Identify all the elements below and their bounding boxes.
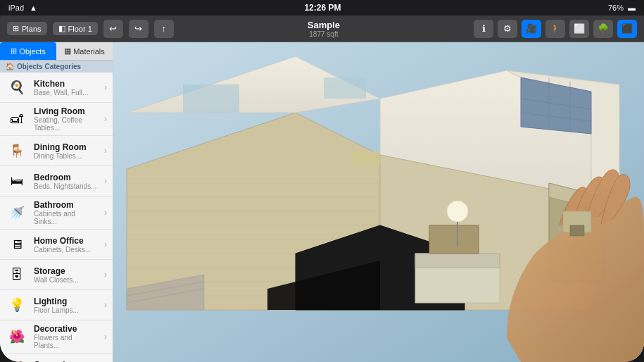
svg-rect-31 (570, 225, 584, 236)
dining-room-name: Dining Room (34, 142, 99, 152)
svg-rect-18 (352, 151, 380, 166)
home-office-icon: 🖥 (6, 233, 28, 256)
kitchen-text: Kitchen Base, Wall, Full... (34, 79, 99, 96)
dining-room-icon: 🪑 (6, 139, 28, 162)
list-item[interactable]: 🍳 Kitchen Base, Wall, Full... › (0, 73, 113, 103)
lighting-arrow: › (104, 300, 107, 310)
living-room-sub: Seating, Coffee Tables... (34, 116, 99, 132)
status-left: iPad ▲ (8, 4, 37, 12)
list-item[interactable]: 🛋 Living Room Seating, Coffee Tables... … (0, 103, 113, 136)
general-icon: ⏰ (6, 357, 28, 362)
floor-label: Floor 1 (68, 25, 92, 33)
section-icon: 🏠 (6, 63, 14, 70)
battery-label: 76% (608, 4, 624, 12)
decorative-arrow: › (104, 332, 107, 342)
list-item[interactable]: ⏰ General Stairs, Fireplaces... › (0, 354, 113, 362)
info-button[interactable]: ℹ (474, 20, 493, 38)
kitchen-arrow: › (104, 82, 107, 92)
svg-rect-17 (324, 77, 366, 99)
floor-icon: ◧ (58, 24, 65, 33)
list-item[interactable]: 🪑 Dining Room Dining Tables... › (0, 136, 113, 166)
list-item[interactable]: 🖥 Home Office Cabinets, Desks... › (0, 230, 113, 260)
3d-view[interactable] (113, 42, 644, 362)
tab-objects[interactable]: ⊞ Objects (0, 42, 56, 60)
list-item[interactable]: 🗄 Storage Wall Closets... › (0, 260, 113, 290)
toolbar-icons: ℹ ⚙ 🎥 🚶 ⬜ 🌳 ⬛ (474, 20, 637, 38)
share-button[interactable]: ↑ (154, 20, 174, 38)
settings-button[interactable]: ⚙ (498, 20, 517, 38)
kitchen-name: Kitchen (34, 79, 99, 89)
general-name: General (34, 360, 99, 363)
decorative-sub: Flowers and Plants... (34, 334, 99, 349)
home-office-arrow: › (104, 239, 107, 249)
bathroom-arrow: › (104, 208, 107, 218)
lighting-name: Lighting (34, 297, 99, 306)
view2d-button[interactable]: ⬜ (569, 20, 589, 38)
ipad-frame: iPad ▲ 12:26 PM 76% ▬ ⊞ Plans ◧ Floor 1 … (0, 0, 644, 362)
dining-room-sub: Dining Tables... (34, 152, 99, 160)
objects-tab-label: Objects (19, 47, 45, 56)
left-panel: ⊞ Objects ▦ Materials 🏠 Objects Categori… (0, 42, 113, 362)
top-toolbar: ⊞ Plans ◧ Floor 1 ↩ ↪ ↑ Sample 1877 sqft… (0, 15, 644, 42)
kitchen-icon: 🍳 (6, 76, 28, 99)
bedroom-arrow: › (104, 176, 107, 186)
storage-sub: Wall Closets... (34, 276, 99, 284)
materials-tab-icon: ▦ (64, 46, 71, 56)
home-office-name: Home Office (34, 236, 99, 246)
svg-marker-23 (429, 225, 479, 254)
kitchen-sub: Base, Wall, Full... (34, 89, 99, 96)
decorative-name: Decorative (34, 324, 99, 334)
category-list[interactable]: 🍳 Kitchen Base, Wall, Full... › 🛋 Living… (0, 73, 113, 362)
floor-button[interactable]: ◧ Floor 1 (53, 22, 98, 35)
plans-icon: ⊞ (13, 24, 19, 33)
tab-materials[interactable]: ▦ Materials (56, 42, 113, 60)
lighting-icon: 💡 (6, 294, 28, 316)
tab-bar: ⊞ Objects ▦ Materials (0, 42, 113, 61)
storage-arrow: › (104, 270, 107, 280)
storage-text: Storage Wall Closets... (34, 266, 99, 284)
decorative-icon: 🌺 (6, 325, 28, 348)
list-item[interactable]: 🛏 Bedroom Beds, Nightstands... › (0, 166, 113, 196)
svg-marker-22 (415, 254, 500, 268)
plans-button[interactable]: ⊞ Plans (7, 22, 47, 35)
status-right: 76% ▬ (608, 4, 636, 12)
materials-tab-label: Materials (73, 47, 105, 56)
bathroom-sub: Cabinets and Sinks... (34, 210, 99, 225)
floor-plan-svg (113, 42, 644, 362)
home-office-sub: Cabinets, Desks... (34, 246, 99, 254)
decorative-text: Decorative Flowers and Plants... (34, 324, 99, 349)
status-bar: iPad ▲ 12:26 PM 76% ▬ (0, 0, 644, 15)
living-room-icon: 🛋 (6, 108, 28, 130)
toolbar-title-area: Sample 1877 sqft (179, 20, 468, 38)
living-room-text: Living Room Seating, Coffee Tables... (34, 106, 99, 132)
section-header: 🏠 Objects Categories (0, 61, 113, 73)
storage-name: Storage (34, 266, 99, 276)
svg-rect-16 (183, 85, 239, 113)
living-room-arrow: › (104, 114, 107, 124)
bedroom-sub: Beds, Nightstands... (34, 182, 99, 190)
project-title: Sample (308, 20, 340, 30)
list-item[interactable]: 🌺 Decorative Flowers and Plants... › (0, 320, 113, 354)
list-item[interactable]: 🚿 Bathroom Cabinets and Sinks... › (0, 196, 113, 230)
list-item[interactable]: 💡 Lighting Floor Lamps... › (0, 290, 113, 320)
camera-button[interactable]: 🎥 (522, 20, 541, 38)
device-label: iPad (8, 4, 24, 12)
dining-room-text: Dining Room Dining Tables... (34, 142, 99, 160)
project-subtitle: 1877 sqft (179, 30, 468, 38)
living-room-name: Living Room (34, 106, 99, 116)
status-time: 12:26 PM (304, 3, 341, 13)
undo-button[interactable]: ↩ (103, 20, 123, 38)
bathroom-text: Bathroom Cabinets and Sinks... (34, 200, 99, 225)
battery-icon: ▬ (628, 4, 636, 12)
lighting-sub: Floor Lamps... (34, 306, 99, 314)
svg-point-24 (447, 201, 468, 222)
bathroom-icon: 🚿 (6, 201, 28, 224)
home-office-text: Home Office Cabinets, Desks... (34, 236, 99, 254)
person-button[interactable]: 🚶 (545, 20, 565, 38)
view3d-button[interactable]: ⬛ (617, 20, 637, 38)
tree-button[interactable]: 🌳 (593, 20, 613, 38)
plans-label: Plans (22, 25, 42, 33)
storage-icon: 🗄 (6, 263, 28, 286)
redo-button[interactable]: ↪ (129, 20, 149, 38)
objects-tab-icon: ⊞ (11, 46, 17, 56)
